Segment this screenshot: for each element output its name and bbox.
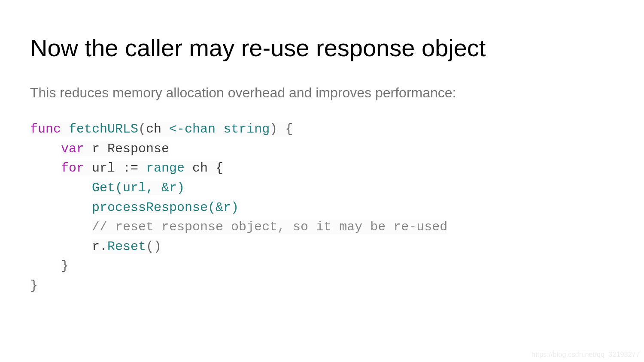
code-text: url := xyxy=(84,161,146,175)
slide: Now the caller may re-use response objec… xyxy=(0,0,644,362)
func-name: fetchURLS xyxy=(69,122,138,136)
comment: // reset response object, so it may be r… xyxy=(92,220,447,234)
paren-open: ( xyxy=(138,122,146,136)
keyword-var: var xyxy=(61,142,84,156)
code-text xyxy=(161,122,169,136)
call-process: processResponse(&r) xyxy=(92,200,239,215)
type-name: string xyxy=(223,122,270,136)
watermark-text: https://blog.csdn.net/qq_32198277 xyxy=(532,351,640,359)
brace-close: } xyxy=(30,278,38,293)
slide-title: Now the caller may re-use response objec… xyxy=(30,34,614,62)
code-block: func fetchURLS(ch <-chan string) { var r… xyxy=(30,120,614,296)
code-text: r Response xyxy=(84,142,169,156)
paren: () xyxy=(146,239,161,254)
slide-subtitle: This reduces memory allocation overhead … xyxy=(30,83,614,103)
keyword-func: func xyxy=(30,122,61,136)
code-text: r. xyxy=(92,239,107,254)
paren-close: ) xyxy=(270,122,277,136)
keyword-for: for xyxy=(61,161,84,175)
code-text xyxy=(216,122,223,136)
chan-type: <-chan xyxy=(169,122,216,136)
code-text xyxy=(61,122,69,136)
brace-open: { xyxy=(277,122,293,136)
code-text: ch { xyxy=(185,161,223,175)
call-get: Get(url, &r) xyxy=(92,181,185,195)
arg-name: ch xyxy=(146,122,161,136)
keyword-range: range xyxy=(146,161,185,175)
call-reset: Reset xyxy=(107,239,146,254)
brace-close: } xyxy=(61,259,69,273)
